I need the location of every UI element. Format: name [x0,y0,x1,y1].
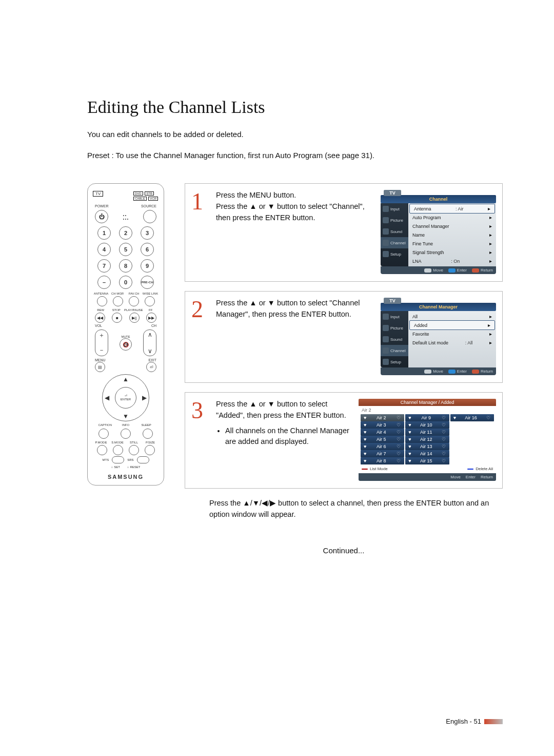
mute-icon: 🔇 [120,338,132,351]
label-ch: CH [151,324,156,327]
intro-line-1: You can edit channels to be added or del… [87,127,503,142]
badge-vcr: VCR [148,197,158,201]
ch-cell: ♥Air 3♡ [361,421,404,429]
num-1: 1 [97,226,111,240]
osd-opt-antenna: Antenna: Air▸ [409,204,495,214]
hint-move: Move [450,475,461,479]
play-icon: ▶|| [129,313,140,323]
label-listmode: List Mode [370,467,388,471]
step-1-num: 1 [191,190,207,214]
osd-tab-picture: Picture [381,322,408,334]
osd-opt-name: Name▸ [408,230,496,239]
ch-cell: ♥Air 11♡ [405,429,449,436]
sleep-button [143,429,153,439]
num-6: 6 [141,243,154,256]
power-icon: ⏻ [95,210,108,223]
osd-tab-setup: Setup [381,248,408,260]
badge-cable: CABLE [133,197,147,201]
label-psize: P.SIZE [142,441,159,444]
label-stop: STOP [109,308,125,312]
menu-button: ▤ [95,362,105,372]
osd-tab-sound: Sound [381,334,408,345]
ch-cell: ♥Air 16♡ [450,414,494,421]
osd-tab-input: Input [381,311,408,322]
label-antenna: ANTENNA [93,292,109,295]
info-button [121,429,131,439]
source-button [143,210,156,223]
picture-icon [383,325,389,331]
label-power: POWER [95,204,108,208]
setup-icon [383,359,389,365]
page-number-decoration [484,719,503,724]
chlist-current: Air 2 [359,406,496,414]
osd-tab-channel: Channel [381,345,408,356]
osd-opt-all: All▸ [408,312,496,321]
favch-button [129,296,139,306]
osd-tab-setup: Setup [381,356,408,367]
label-source: SOURCE [141,204,156,208]
ch-cell: ♥Air 6♡ [361,443,404,450]
badge-tv: TV [93,191,103,197]
srs-button [137,456,149,463]
label-still: STILL [126,441,142,444]
pmode-button [97,445,107,455]
dash-button: – [97,276,111,289]
ch-cell: ♥Air 15♡ [405,457,449,464]
ch-cell: ♥Air 12♡ [405,436,449,443]
ch-cell: ♥Air 8♡ [361,457,404,464]
num-8: 8 [119,259,132,273]
rew-icon: ◀◀ [95,313,105,323]
page-title: Editing the Channel Lists [87,98,503,117]
sound-icon [383,336,389,342]
ch-cell: ♥Air 9♡ [405,414,449,421]
pill-deleteall-icon [467,469,473,470]
step-2-num: 2 [191,298,207,321]
chlist-header: Channel Manager / Added [359,399,496,406]
prech-button: PRE-CH [141,276,154,289]
label-srs: SRS [127,458,133,461]
setup-icon [383,251,389,257]
osd-header: Channel [381,195,496,203]
exit-button: ⏎ [146,362,156,372]
ch-cell: ♥Air 7♡ [361,450,404,457]
remote-illustration: TV DVD STB CABLE VCR POWER SOURC [87,183,169,555]
osd-tab-picture: Picture [381,215,408,226]
page-number: English - 51 [446,718,481,725]
osd-tv-tag: TV [384,298,401,304]
mts-button [112,456,124,463]
step-3: 3 Press the ▲ or ▼ button to select "Add… [185,392,503,489]
badge-stb: STB [145,191,154,196]
osd-opt-added: Added▸ [409,320,495,330]
input-icon [383,314,389,320]
arrow-left-icon: ◀ [105,394,109,401]
label-menu: MENU [95,358,106,362]
label-favch: FAV.CH [126,292,142,295]
label-exit: EXIT [148,358,156,362]
ch-rocker: ∧∨ [143,329,156,356]
osd-tab-input: Input [381,203,408,215]
label-mts: MTS [102,458,109,461]
arrow-down-icon: ▼ [123,413,129,420]
channel-icon [383,240,389,246]
ch-cell: ♥Air 10♡ [405,421,449,429]
antenna-button [97,296,107,306]
arrow-up-icon: ▲ [123,376,129,383]
smode-button [113,445,123,455]
num-2: 2 [119,226,132,240]
continued-label: Continued... [185,546,503,555]
label-pmode: P.MODE [93,441,109,444]
label-rew: REW [93,308,109,312]
step-3-num: 3 [191,399,207,422]
enter-button: ⏎ENTER [115,387,136,409]
osd-channel-menu: TV Channel Input Picture Sound Channel S… [381,190,496,274]
label-info: INFO [115,423,136,427]
badge-dvd: DVD [133,191,143,196]
input-icon [383,206,389,212]
intro-line-2: Preset : To use the Channel Manager func… [87,148,503,163]
vol-rocker: ＋－ [95,329,108,356]
hint-move: Move [424,268,443,273]
osd-channel-list: Channel Manager / Added Air 2 ♥Air 2♡ ♥A… [359,399,496,481]
label-caption: CAPTION [95,423,115,427]
hint-return: Return [472,268,493,273]
label-vol: VOL [95,324,102,327]
